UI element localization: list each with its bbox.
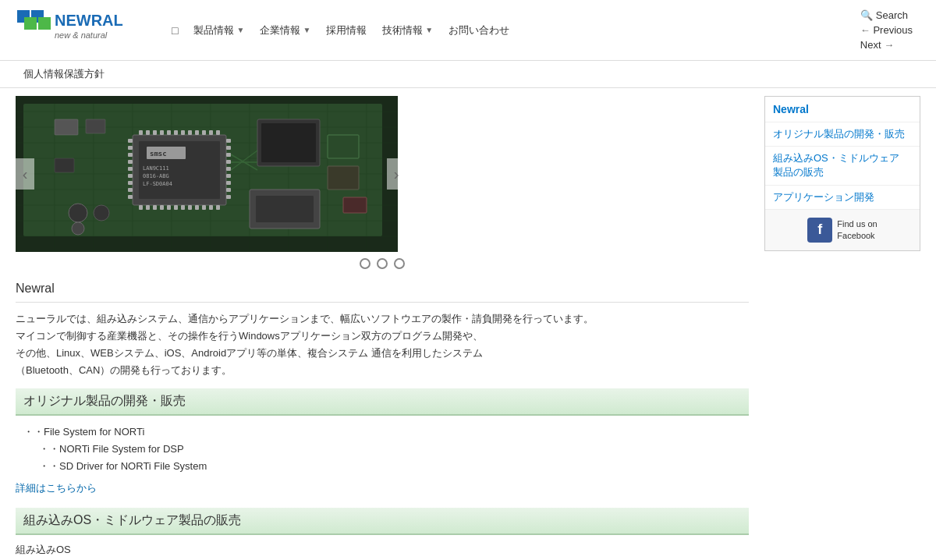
svg-rect-48 bbox=[160, 205, 164, 210]
header: NEWRAL new & natural □ 製品情報 ▼ 企業情報 ▼ 採用情… bbox=[0, 0, 936, 61]
facebook-button[interactable]: f Find us on Facebook bbox=[765, 209, 920, 250]
svg-text:NEWRAL: NEWRAL bbox=[55, 12, 123, 29]
logo-image: NEWRAL new & natural bbox=[16, 9, 140, 51]
svg-rect-69 bbox=[226, 160, 231, 164]
sidebar-title: Newral bbox=[765, 97, 920, 122]
svg-rect-64 bbox=[128, 188, 133, 192]
svg-point-88 bbox=[69, 204, 87, 222]
svg-rect-55 bbox=[209, 205, 213, 210]
sidebar-link-app[interactable]: アプリケーション開発 bbox=[765, 185, 920, 209]
svg-rect-72 bbox=[226, 181, 231, 185]
header-right: 🔍 Search ← Previous Next → bbox=[853, 6, 920, 54]
svg-rect-49 bbox=[167, 205, 171, 210]
search-icon: 🔍 bbox=[860, 9, 873, 21]
svg-rect-53 bbox=[195, 205, 199, 210]
svg-point-90 bbox=[72, 222, 84, 235]
svg-rect-63 bbox=[128, 181, 133, 185]
svg-rect-35 bbox=[153, 130, 157, 135]
header-nav-links: ← Previous bbox=[860, 24, 913, 36]
svg-rect-85 bbox=[328, 135, 359, 158]
svg-rect-62 bbox=[128, 174, 133, 178]
previous-button[interactable]: ← Previous bbox=[860, 24, 913, 36]
svg-text:new & natural: new & natural bbox=[55, 30, 108, 40]
nav-area: □ 製品情報 ▼ 企業情報 ▼ 採用情報 技術情報 ▼ お問い合わせ bbox=[164, 20, 853, 41]
svg-rect-40 bbox=[188, 130, 192, 135]
svg-rect-84 bbox=[55, 158, 74, 172]
svg-rect-43 bbox=[209, 130, 213, 135]
svg-rect-51 bbox=[181, 205, 185, 210]
newral-text: ニューラルでは、組み込みシステム、通信からアプリケーションまで、幅広いソフトウエ… bbox=[16, 310, 749, 379]
nav-item-contact[interactable]: お問い合わせ bbox=[441, 20, 517, 41]
slider-prev-button[interactable]: ‹ bbox=[16, 158, 34, 190]
svg-rect-60 bbox=[128, 160, 133, 164]
slider-next-button[interactable]: › bbox=[387, 158, 406, 190]
svg-rect-44 bbox=[216, 130, 220, 135]
svg-rect-57 bbox=[128, 139, 133, 143]
section-products-header: オリジナル製品の開発・販売 bbox=[16, 388, 749, 416]
svg-rect-54 bbox=[202, 205, 206, 210]
svg-rect-73 bbox=[226, 188, 231, 192]
svg-rect-58 bbox=[128, 146, 133, 150]
section-newral-title: Newral bbox=[16, 282, 749, 303]
svg-rect-34 bbox=[146, 130, 150, 135]
svg-text:LAN9C111: LAN9C111 bbox=[143, 165, 169, 172]
svg-rect-47 bbox=[153, 205, 157, 210]
nav-item-tech[interactable]: 技術情報 ▼ bbox=[374, 20, 441, 41]
svg-rect-56 bbox=[216, 205, 220, 210]
svg-rect-66 bbox=[226, 139, 231, 143]
svg-rect-46 bbox=[146, 205, 150, 210]
embedded-subtitle: 組み込みOS bbox=[16, 543, 749, 557]
section-embedded-header: 組み込みOS・ミドルウェア製品の販売 bbox=[16, 508, 749, 535]
svg-rect-36 bbox=[160, 130, 164, 135]
svg-rect-76 bbox=[261, 123, 316, 162]
content-area: smsc LAN9C111 0816-ABG LF-SD0A04 bbox=[16, 96, 749, 557]
svg-rect-70 bbox=[226, 167, 231, 171]
svg-rect-68 bbox=[226, 153, 231, 157]
svg-rect-71 bbox=[226, 174, 231, 178]
svg-rect-2 bbox=[24, 17, 37, 30]
nav-item-recruit[interactable]: 採用情報 bbox=[318, 20, 374, 41]
svg-rect-59 bbox=[128, 153, 133, 157]
sidebar-link-embedded[interactable]: 組み込みOS・ミドルウェア製品の販売 bbox=[765, 146, 920, 184]
list-item: ・File System for NORTi bbox=[23, 424, 749, 441]
next-button[interactable]: Next → bbox=[860, 39, 894, 51]
svg-rect-52 bbox=[188, 205, 192, 210]
slider-dots bbox=[16, 258, 749, 269]
svg-rect-3 bbox=[38, 17, 51, 30]
logo-area: NEWRAL new & natural bbox=[16, 9, 140, 51]
slider-dot-2[interactable] bbox=[377, 258, 388, 269]
product-list: ・File System for NORTi ・NORTi File Syste… bbox=[23, 424, 749, 475]
circuit-board-svg: smsc LAN9C111 0816-ABG LF-SD0A04 bbox=[16, 96, 398, 252]
svg-text:smsc: smsc bbox=[150, 150, 167, 158]
nav-item-company[interactable]: 企業情報 ▼ bbox=[252, 20, 318, 41]
next-button-wrapper: Next → bbox=[860, 39, 894, 51]
facebook-text: Find us on Facebook bbox=[837, 218, 877, 241]
nav-item-products[interactable]: 製品情報 ▼ bbox=[186, 20, 252, 41]
svg-rect-81 bbox=[256, 196, 314, 222]
svg-point-89 bbox=[94, 205, 109, 221]
list-item: ・NORTi File System for DSP bbox=[39, 441, 749, 458]
nav-icon-item[interactable]: □ bbox=[164, 21, 186, 40]
nav-item-privacy[interactable]: 個人情報保護方針 bbox=[16, 64, 112, 84]
slider-dot-1[interactable] bbox=[360, 258, 370, 269]
chevron-down-icon: ▼ bbox=[425, 26, 433, 34]
svg-rect-87 bbox=[343, 197, 367, 213]
svg-rect-37 bbox=[167, 130, 171, 135]
svg-rect-86 bbox=[328, 166, 359, 190]
search-button[interactable]: 🔍 Search bbox=[860, 9, 908, 21]
nav-row2: 個人情報保護方針 bbox=[0, 61, 936, 88]
svg-rect-74 bbox=[226, 195, 231, 199]
detail-link-products[interactable]: 詳細はこちらから bbox=[16, 482, 97, 494]
slider-dot-3[interactable] bbox=[394, 258, 405, 269]
svg-rect-42 bbox=[202, 130, 206, 135]
slider: smsc LAN9C111 0816-ABG LF-SD0A04 bbox=[16, 96, 406, 252]
chevron-down-icon: ▼ bbox=[303, 26, 310, 34]
sidebar-link-products[interactable]: オリジナル製品の開発・販売 bbox=[765, 122, 920, 146]
logo-svg: NEWRAL new & natural bbox=[16, 9, 140, 51]
svg-rect-50 bbox=[174, 205, 178, 210]
svg-rect-61 bbox=[128, 167, 133, 171]
svg-text:LF-SD0A04: LF-SD0A04 bbox=[143, 181, 172, 187]
slider-image: smsc LAN9C111 0816-ABG LF-SD0A04 bbox=[16, 96, 398, 252]
svg-rect-33 bbox=[139, 130, 143, 135]
svg-rect-45 bbox=[139, 205, 143, 210]
